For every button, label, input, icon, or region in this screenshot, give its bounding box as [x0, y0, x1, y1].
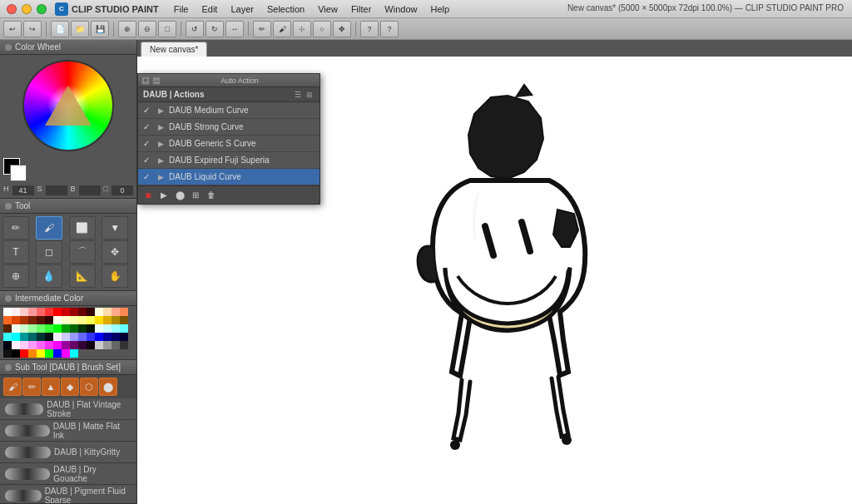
color-swatch-cell[interactable]	[111, 341, 120, 349]
color-swatch-cell[interactable]	[120, 333, 128, 341]
color-swatch-cell[interactable]	[53, 316, 62, 324]
color-swatch-cell[interactable]	[111, 316, 120, 324]
sub-tool-list-item[interactable]: DAUB | Flat Vintage Stroke	[0, 398, 136, 420]
color-swatch-cell[interactable]	[37, 316, 45, 324]
tool-ruler[interactable]: 📐	[69, 264, 96, 288]
menu-window[interactable]: Window	[378, 2, 424, 16]
color-swatch-cell[interactable]	[70, 341, 78, 349]
sub-tool-list-item[interactable]: DAUB | KittyGritty	[0, 442, 136, 463]
color-swatch-cell[interactable]	[12, 308, 20, 316]
color-swatch-cell[interactable]	[12, 316, 20, 324]
sub-tool-list-item[interactable]: DAUB | Matte Flat Ink	[0, 420, 136, 442]
color-swatch-cell[interactable]	[3, 324, 12, 333]
color-swatch-cell[interactable]	[78, 308, 87, 316]
color-swatch-cell[interactable]	[87, 333, 95, 341]
color-swatch-cell[interactable]	[87, 341, 95, 349]
color-swatch-cell[interactable]	[62, 341, 70, 349]
aa-delete-btn[interactable]: 🗑	[205, 189, 218, 202]
color-swatch-cell[interactable]	[62, 333, 70, 341]
sub-icon-4[interactable]: ◆	[61, 378, 79, 396]
color-swatch-cell[interactable]	[62, 324, 70, 333]
color-swatch-cell[interactable]	[45, 324, 53, 333]
menu-filter[interactable]: Filter	[344, 2, 378, 16]
canvas-viewport[interactable]: ✕ — Auto Action DAUB | Actions ☰ ⊞ ✓ ▶ D…	[137, 57, 852, 504]
color-triangle[interactable]	[45, 86, 92, 126]
color-swatch-cell[interactable]	[120, 308, 128, 316]
color-swatch-cell[interactable]	[78, 316, 87, 324]
color-swatch-cell[interactable]	[103, 324, 111, 333]
toolbar-help-icon[interactable]: ?	[360, 21, 379, 37]
tool-hand[interactable]: ✋	[102, 264, 128, 288]
tool-fill[interactable]: ▼	[102, 216, 128, 240]
tool-brush[interactable]: 🖌	[36, 216, 62, 240]
color-swatch-cell[interactable]	[37, 308, 45, 316]
color-swatch-cell[interactable]	[20, 324, 28, 333]
fg-bg-swatch[interactable]	[3, 158, 27, 181]
color-swatch-cell[interactable]	[37, 349, 45, 358]
color-swatch-cell[interactable]	[103, 333, 111, 341]
toolbar-brush[interactable]: 🖌	[273, 21, 291, 37]
color-swatch-cell[interactable]	[3, 308, 12, 316]
color-swatch-cell[interactable]	[45, 308, 53, 316]
toolbar-move[interactable]: ✥	[333, 21, 351, 37]
menu-layer[interactable]: Layer	[224, 2, 260, 16]
aa-plus-btn[interactable]: ⊞	[305, 91, 315, 99]
color-swatch-cell[interactable]	[12, 324, 20, 333]
color-swatch-cell[interactable]	[53, 333, 62, 341]
color-swatch-cell[interactable]	[95, 308, 103, 316]
color-swatch-cell[interactable]	[87, 308, 95, 316]
minimize-button[interactable]	[22, 4, 32, 14]
tool-pen[interactable]: ✏	[2, 216, 29, 240]
toolbar-flip[interactable]: ↔	[225, 21, 244, 37]
color-swatch-cell[interactable]	[37, 341, 45, 349]
toolbar-rotate-right[interactable]: ↻	[206, 21, 224, 37]
color-swatch-cell[interactable]	[95, 316, 103, 324]
menu-help[interactable]: Help	[424, 2, 456, 16]
color-swatch-cell[interactable]	[62, 349, 70, 358]
sub-icon-2[interactable]: ✏	[22, 378, 41, 396]
tool-eraser[interactable]: ⬜	[69, 216, 96, 240]
color-swatch-cell[interactable]	[87, 316, 95, 324]
aa-stop-btn[interactable]: ■	[141, 189, 155, 202]
color-swatch-cell[interactable]	[111, 308, 120, 316]
sub-icon-6[interactable]: ⬤	[99, 378, 117, 396]
color-swatch-cell[interactable]	[120, 341, 128, 349]
menu-edit[interactable]: Edit	[195, 2, 224, 16]
background-swatch[interactable]	[10, 165, 27, 181]
color-swatch-cell[interactable]	[70, 308, 78, 316]
color-swatch-cell[interactable]	[28, 308, 37, 316]
tool-eyedrop[interactable]: 💧	[36, 264, 62, 288]
color-swatch-cell[interactable]	[53, 308, 62, 316]
color-swatch-cell[interactable]	[62, 308, 70, 316]
color-swatch-cell[interactable]	[120, 324, 128, 333]
color-swatch-cell[interactable]	[3, 316, 12, 324]
color-swatch-cell[interactable]	[70, 333, 78, 341]
color-swatch-cell[interactable]	[28, 341, 37, 349]
toolbar-zoom-in[interactable]: ⊕	[118, 21, 136, 37]
color-swatch-cell[interactable]	[53, 349, 62, 358]
toolbar-lasso[interactable]: ○	[313, 21, 331, 37]
color-swatch-cell[interactable]	[20, 333, 28, 341]
canvas-tab[interactable]: New canvas*	[141, 42, 207, 57]
color-swatch-cell[interactable]	[3, 333, 12, 341]
color-swatch-cell[interactable]	[28, 333, 37, 341]
aa-new-btn[interactable]: ⊞	[189, 189, 202, 202]
color-swatch-cell[interactable]	[28, 316, 37, 324]
aa-list-item[interactable]: ✓ ▶ DAUB Generic S Curve	[138, 136, 320, 152]
toolbar-select[interactable]: ⊹	[293, 21, 311, 37]
color-swatch-cell[interactable]	[20, 341, 28, 349]
sub-icon-5[interactable]: ⬡	[80, 378, 98, 396]
tool-lasso[interactable]: ⌒	[69, 240, 96, 264]
menu-view[interactable]: View	[311, 2, 344, 16]
color-swatch-cell[interactable]	[45, 341, 53, 349]
toolbar-help2-icon[interactable]: ?	[380, 21, 399, 37]
toolbar-save[interactable]: 💾	[91, 21, 109, 37]
sub-tool-list-item[interactable]: DAUB | Pigment Fluid Sparse	[0, 485, 136, 504]
color-swatch-cell[interactable]	[3, 349, 12, 358]
color-swatch-cell[interactable]	[120, 316, 128, 324]
color-swatch-cell[interactable]	[12, 349, 20, 358]
aa-close-btn[interactable]: ✕	[141, 77, 150, 85]
tool-zoom[interactable]: ⊕	[2, 264, 29, 288]
color-swatch-cell[interactable]	[28, 324, 37, 333]
aa-play-btn[interactable]: ▶	[157, 189, 171, 202]
